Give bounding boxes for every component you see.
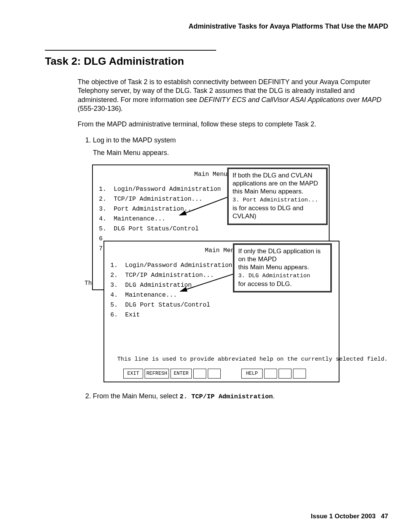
softkey-row: EXIT REFRESH ENTER HELP xyxy=(123,369,306,379)
softkey-refresh[interactable]: REFRESH xyxy=(145,369,169,379)
step-2: 2. From the Main Menu, select 2. TCP/IP … xyxy=(85,392,384,401)
step-1-result: The Main Menu appears. xyxy=(93,149,384,157)
terminal-diagram: Main Menu 1. Login/Password Administrati… xyxy=(92,165,331,383)
menu1-item-5: 5. DLG Port Status/Control xyxy=(99,224,323,234)
task-title: Task 2: DLG Administration xyxy=(45,54,388,68)
softkey-help[interactable]: HELP xyxy=(241,369,263,379)
issue-label: Issue 1 October 2003 xyxy=(311,513,376,520)
softkey-blank-5[interactable] xyxy=(293,369,306,379)
menu2-item-5: 5. DLG Port Status/Control xyxy=(110,300,333,310)
softkey-blank-3[interactable] xyxy=(264,369,277,379)
page: Administrative Tasks for Avaya Platforms… xyxy=(0,0,411,532)
intro-paragraph-1: The objective of Task 2 is to establish … xyxy=(78,78,384,113)
step-2-command: 2. TCP/IP Administration xyxy=(180,393,273,400)
softkey-blank-4[interactable] xyxy=(279,369,292,379)
callout-both-apps: If both the DLG and CVLAN applications a… xyxy=(227,168,328,225)
body-text-2: 2. From the Main Menu, select 2. TCP/IP … xyxy=(78,392,384,401)
body-text: The objective of Task 2 is to establish … xyxy=(78,78,384,158)
softkey-blank-1[interactable] xyxy=(193,369,206,379)
doc-reference-title: DEFINITY ECS and CallVisor ASAI Applicat… xyxy=(199,96,381,104)
page-footer: Issue 1 October 2003 47 xyxy=(311,512,388,521)
title-rule xyxy=(45,50,216,51)
callout2-code: 3. DLG Administration xyxy=(238,273,310,279)
softkey-exit[interactable]: EXIT xyxy=(123,369,143,379)
help-line: This line is used to provide abbreviated… xyxy=(117,355,388,364)
menu2-item-6: 6. Exit xyxy=(110,310,333,320)
truncated-th: Th xyxy=(84,279,92,289)
softkey-enter[interactable]: ENTER xyxy=(170,369,192,379)
callout1-code: 3. Port Administration... xyxy=(233,197,318,203)
page-number: 47 xyxy=(381,513,388,520)
running-header: Administrative Tasks for Avaya Platforms… xyxy=(45,22,388,31)
softkey-blank-2[interactable] xyxy=(208,369,221,379)
intro-paragraph-2: From the MAPD administrative terminal, f… xyxy=(78,120,384,129)
step-1: Log in to the MAPD system The Main Menu … xyxy=(93,136,384,158)
callout-dlg-only: If only the DLG application is on the MA… xyxy=(233,243,332,293)
step-list: Log in to the MAPD system The Main Menu … xyxy=(78,136,384,158)
